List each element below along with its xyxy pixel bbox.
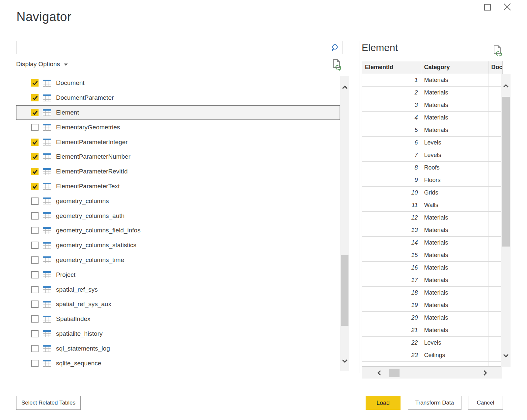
preview-table-row[interactable]: 11 Walls xyxy=(362,199,502,211)
table-list-item[interactable]: geometry_columns_statistics xyxy=(16,238,340,253)
table-list-item[interactable]: spatialite_history xyxy=(16,327,340,341)
table-checkbox[interactable] xyxy=(31,153,39,160)
preview-table-row[interactable]: 6 Levels xyxy=(362,136,502,149)
table-checkbox[interactable] xyxy=(31,256,39,264)
scroll-right-icon[interactable] xyxy=(484,370,487,376)
display-options-dropdown[interactable]: Display Options xyxy=(16,61,68,68)
cell-category: Materials xyxy=(421,111,488,124)
preview-table-row[interactable]: 18 Materials xyxy=(362,286,502,299)
table-checkbox[interactable] xyxy=(31,79,39,87)
table-list-item[interactable]: Element xyxy=(16,105,340,120)
table-name: geometry_columns_field_infos xyxy=(56,227,141,234)
table-checkbox[interactable] xyxy=(31,124,39,131)
search-icon[interactable] xyxy=(331,43,340,52)
preview-table-row[interactable]: 1 Materials xyxy=(362,74,502,86)
table-list-item[interactable]: DocumentParameter xyxy=(16,91,340,105)
table-name: Element xyxy=(56,109,79,116)
preview-vscrollbar-thumb[interactable] xyxy=(502,97,510,247)
maximize-icon[interactable] xyxy=(484,4,491,11)
column-header-document[interactable]: Docume xyxy=(488,61,502,74)
table-checkbox[interactable] xyxy=(31,212,39,220)
transform-data-button[interactable]: Transform Data xyxy=(408,396,461,410)
search-input[interactable] xyxy=(19,41,329,54)
preview-table-row[interactable]: 19 Materials xyxy=(362,299,502,311)
scroll-up-icon[interactable] xyxy=(342,86,348,89)
column-header-category[interactable]: Category xyxy=(421,61,488,74)
table-list-item[interactable]: geometry_columns xyxy=(16,194,340,208)
select-related-tables-button[interactable]: Select Related Tables xyxy=(16,396,81,410)
load-button[interactable]: Load xyxy=(366,396,401,410)
refresh-preview-icon[interactable] xyxy=(330,59,343,71)
table-list-item[interactable]: ElementParameterInteger xyxy=(16,135,340,149)
list-scrollbar-thumb[interactable] xyxy=(341,255,348,326)
cell-document xyxy=(488,324,502,336)
table-list-item[interactable]: sql_statements_log xyxy=(16,341,340,356)
table-list-item[interactable]: Document xyxy=(16,76,340,91)
table-list-item[interactable]: SpatialIndex xyxy=(16,312,340,327)
preview-table-row[interactable]: 23 Ceilings xyxy=(362,349,502,361)
preview-hscrollbar-thumb[interactable] xyxy=(389,369,400,377)
table-list-item[interactable]: spatial_ref_sys xyxy=(16,282,340,297)
table-checkbox[interactable] xyxy=(31,197,39,205)
table-list-item[interactable]: geometry_columns_time xyxy=(16,253,340,268)
preview-table-row[interactable]: 4 Materials xyxy=(362,111,502,124)
preview-table-row[interactable]: 10 Grids xyxy=(362,186,502,199)
table-name: sqlite_sequence xyxy=(56,360,101,367)
cell-category: Materials xyxy=(421,99,488,111)
table-checkbox[interactable] xyxy=(31,330,39,337)
table-checkbox[interactable] xyxy=(31,109,39,116)
preview-table-row[interactable]: 9 Floors xyxy=(362,174,502,186)
table-checkbox[interactable] xyxy=(31,286,39,293)
preview-table-row[interactable]: 5 Materials xyxy=(362,124,502,136)
preview-table-row[interactable]: 22 Levels xyxy=(362,336,502,349)
preview-table-row[interactable]: 15 Materials xyxy=(362,249,502,261)
table-list-item[interactable]: ElementParameterRevitId xyxy=(16,164,340,179)
table-checkbox[interactable] xyxy=(31,183,39,190)
preview-table-row[interactable]: 13 Materials xyxy=(362,224,502,236)
scroll-down-icon[interactable] xyxy=(342,359,348,363)
table-list-item[interactable]: ElementParameterText xyxy=(16,179,340,194)
preview-table-row[interactable]: 3 Materials xyxy=(362,99,502,111)
table-checkbox[interactable] xyxy=(31,345,39,352)
cancel-button[interactable]: Cancel xyxy=(468,396,503,410)
table-checkbox[interactable] xyxy=(31,168,39,175)
table-icon xyxy=(43,242,51,249)
preview-table: ElementId Category Docume 1 Materials 2 … xyxy=(362,61,502,367)
preview-table-row[interactable]: 7 Levels xyxy=(362,149,502,161)
close-icon[interactable] xyxy=(503,2,512,12)
preview-table-row[interactable]: 20 Materials xyxy=(362,311,502,324)
table-checkbox[interactable] xyxy=(31,94,39,101)
preview-table-row[interactable] xyxy=(362,361,502,366)
scroll-down-icon[interactable] xyxy=(503,354,509,357)
table-list-item[interactable]: geometry_columns_field_infos xyxy=(16,223,340,238)
table-list-item[interactable]: sqlite_sequence xyxy=(16,356,340,371)
table-icon xyxy=(43,168,51,175)
preview-table-row[interactable]: 8 Roofs xyxy=(362,161,502,174)
scroll-up-icon[interactable] xyxy=(503,84,509,88)
table-list-item[interactable]: geometry_columns_auth xyxy=(16,208,340,223)
column-header-elementid[interactable]: ElementId xyxy=(362,61,421,74)
preview-refresh-icon[interactable] xyxy=(491,45,503,57)
table-checkbox[interactable] xyxy=(31,315,39,323)
preview-hscrollbar[interactable] xyxy=(362,367,502,379)
table-checkbox[interactable] xyxy=(31,360,39,367)
cell-category: Materials xyxy=(421,211,488,224)
table-checkbox[interactable] xyxy=(31,242,39,249)
table-list-item[interactable]: spatial_ref_sys_aux xyxy=(16,297,340,312)
table-checkbox[interactable] xyxy=(31,271,39,278)
list-scrollbar[interactable] xyxy=(340,76,349,371)
preview-table-row[interactable]: 2 Materials xyxy=(362,86,502,99)
preview-table-row[interactable]: 16 Materials xyxy=(362,261,502,274)
preview-vscrollbar[interactable] xyxy=(501,74,511,367)
scroll-left-icon[interactable] xyxy=(377,370,381,376)
table-checkbox[interactable] xyxy=(31,139,39,146)
preview-table-row[interactable]: 14 Materials xyxy=(362,236,502,249)
preview-table-row[interactable]: 12 Materials xyxy=(362,211,502,224)
table-checkbox[interactable] xyxy=(31,301,39,308)
preview-table-row[interactable]: 21 Materials xyxy=(362,324,502,336)
preview-table-row[interactable]: 17 Materials xyxy=(362,274,502,286)
table-list-item[interactable]: Project xyxy=(16,267,340,282)
table-list-item[interactable]: ElementParameterNumber xyxy=(16,149,340,164)
table-list-item[interactable]: ElementaryGeometries xyxy=(16,120,340,135)
table-checkbox[interactable] xyxy=(31,227,39,234)
